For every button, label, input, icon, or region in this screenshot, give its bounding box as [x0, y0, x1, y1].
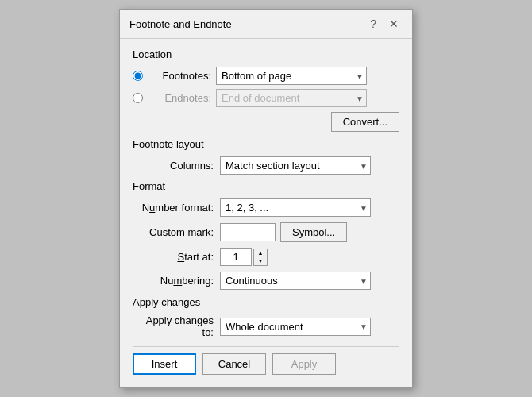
apply-changes-to-select[interactable]: Whole document This section [220, 318, 371, 336]
number-format-row: Number format: 1, 2, 3, ... a, b, c, ...… [133, 198, 399, 217]
apply-changes-to-row: Apply changes to: Whole document This se… [133, 314, 399, 338]
number-format-select[interactable]: 1, 2, 3, ... a, b, c, ... A, B, C, ... i… [220, 198, 371, 217]
location-section-label: Location [133, 48, 399, 60]
endnotes-dropdown-wrapper: End of document End of section ▼ [216, 89, 367, 107]
apply-changes-to-dropdown-wrapper: Whole document This section ▼ [220, 318, 371, 336]
numbering-dropdown-wrapper: Continuous Restart each section Restart … [220, 272, 371, 290]
footnotes-select[interactable]: Bottom of page Below text [216, 67, 367, 85]
format-section-label: Format [133, 180, 399, 192]
columns-label: Columns: [133, 160, 220, 172]
footnote-layout-label: Footnote layout [133, 138, 399, 150]
start-at-decrement[interactable]: ▼ [254, 257, 267, 265]
number-format-label-text: Number format: [142, 202, 214, 214]
cancel-button[interactable]: Cancel [202, 353, 266, 375]
help-button[interactable]: ? [366, 16, 380, 32]
start-at-label-text: Start at: [177, 251, 214, 263]
custom-mark-input[interactable] [220, 223, 276, 241]
close-button[interactable]: ✕ [385, 16, 403, 32]
columns-dropdown-wrapper: Match section layout 1 2 3 4 ▼ [220, 156, 371, 175]
footnotes-label: Footnotes: [148, 70, 211, 82]
apply-changes-to-label: Apply changes to: [133, 314, 220, 338]
start-at-spinner: ▲ ▼ [253, 249, 268, 266]
custom-mark-label: Custom mark: [133, 226, 220, 238]
start-at-input[interactable] [220, 248, 252, 266]
title-bar: Footnote and Endnote ? ✕ [120, 10, 412, 39]
convert-button[interactable]: Convert... [331, 112, 399, 132]
footnotes-row: Footnotes: Bottom of page Below text ▼ [133, 67, 399, 85]
apply-changes-label: Apply changes [133, 296, 399, 308]
number-format-dropdown-wrapper: 1, 2, 3, ... a, b, c, ... A, B, C, ... i… [220, 198, 371, 217]
insert-button[interactable]: Insert [133, 353, 196, 375]
numbering-label: Numbering: [133, 275, 220, 287]
start-at-increment[interactable]: ▲ [254, 249, 267, 257]
custom-mark-row: Custom mark: Symbol... [133, 222, 399, 242]
dialog-body: Location Footnotes: Bottom of page Below… [120, 39, 412, 387]
apply-button[interactable]: Apply [272, 353, 336, 375]
columns-row: Columns: Match section layout 1 2 3 4 ▼ [133, 156, 399, 175]
start-at-wrapper: ▲ ▼ [220, 248, 268, 266]
start-at-label: Start at: [133, 251, 220, 263]
title-bar-right: ? ✕ [366, 16, 403, 32]
dialog-title: Footnote and Endnote [129, 18, 232, 30]
endnotes-row: Endnotes: End of document End of section… [133, 89, 399, 107]
footnotes-dropdown-wrapper: Bottom of page Below text ▼ [216, 67, 367, 85]
number-format-label: Number format: [133, 202, 220, 214]
footer-buttons: Insert Cancel Apply [133, 346, 399, 378]
numbering-select[interactable]: Continuous Restart each section Restart … [220, 272, 371, 290]
columns-select[interactable]: Match section layout 1 2 3 4 [220, 156, 371, 175]
footnote-endnote-dialog: Footnote and Endnote ? ✕ Location Footno… [119, 9, 413, 388]
endnotes-radio[interactable] [133, 93, 143, 103]
endnotes-label: Endnotes: [148, 92, 211, 104]
endnotes-select[interactable]: End of document End of section [216, 89, 367, 107]
symbol-button[interactable]: Symbol... [280, 222, 347, 242]
numbering-row: Numbering: Continuous Restart each secti… [133, 272, 399, 290]
footnotes-radio[interactable] [133, 71, 143, 81]
title-bar-left: Footnote and Endnote [129, 18, 232, 30]
numbering-label-text: Numbering: [160, 275, 214, 287]
convert-row: Convert... [133, 112, 399, 132]
start-at-row: Start at: ▲ ▼ [133, 248, 399, 266]
